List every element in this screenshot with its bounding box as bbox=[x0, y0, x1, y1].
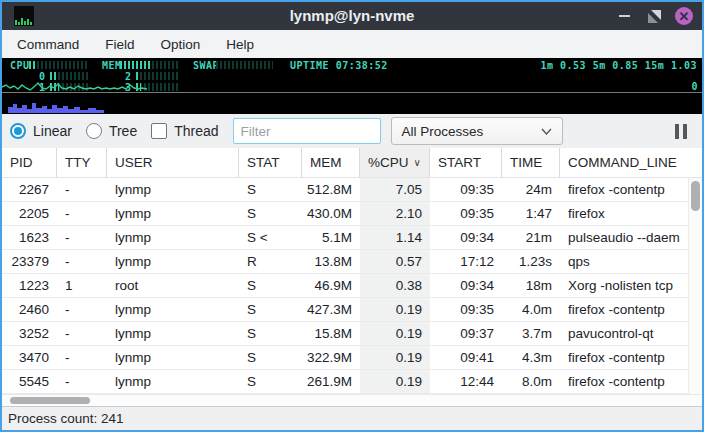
cell-mem: 261.9M bbox=[302, 370, 360, 393]
cell-stat: S bbox=[239, 178, 302, 201]
cell-mem: 512.8M bbox=[302, 178, 360, 201]
cell-cpu: 0.19 bbox=[360, 322, 430, 345]
header-pid[interactable]: PID bbox=[2, 148, 57, 177]
thread-checkbox[interactable]: Thread bbox=[151, 123, 218, 139]
cell-mem: 15.8M bbox=[302, 322, 360, 345]
cell-time: 3.7m bbox=[502, 322, 560, 345]
radio-unselected-icon bbox=[86, 123, 102, 139]
header-stat[interactable]: STAT bbox=[239, 148, 302, 177]
process-scope-select[interactable]: All Processes bbox=[391, 117, 563, 145]
cell-command-line: pulseaudio --daem bbox=[560, 226, 688, 249]
mem-meter bbox=[120, 61, 179, 69]
cell-cpu: 0.19 bbox=[360, 298, 430, 321]
header-time[interactable]: TIME bbox=[502, 148, 560, 177]
cell-user: lynmp bbox=[107, 250, 239, 273]
pause-icon bbox=[675, 124, 679, 139]
header-command-line[interactable]: COMMAND_LINE bbox=[560, 148, 702, 177]
cell-tty: - bbox=[57, 346, 107, 369]
table-body: 2267-lynmpS512.8M7.0509:3524mfirefox -co… bbox=[2, 178, 688, 394]
cell-start: 17:12 bbox=[430, 250, 502, 273]
cell-command-line: firefox -contentp bbox=[560, 298, 688, 321]
cell-pid: 3470 bbox=[2, 346, 57, 369]
table-row[interactable]: 23379-lynmpR13.8M0.5717:121.23sqps bbox=[2, 250, 688, 274]
process-count: Process count: 241 bbox=[8, 411, 124, 426]
title-bar: lynmp@lyn-nvme ✕ bbox=[2, 2, 702, 30]
cell-pid: 1223 bbox=[2, 274, 57, 297]
cell-tty: - bbox=[57, 298, 107, 321]
vertical-scrollbar-thumb[interactable] bbox=[691, 181, 700, 211]
cell-cpu: 0.19 bbox=[360, 346, 430, 369]
toolbar: Linear Tree Thread All Processes bbox=[2, 114, 702, 148]
horizontal-scrollbar[interactable] bbox=[2, 394, 702, 406]
cell-command-line: firefox -contentp bbox=[560, 178, 688, 201]
cell-tty: - bbox=[57, 250, 107, 273]
cell-start: 12:44 bbox=[430, 370, 502, 393]
table-row[interactable]: 1623-lynmpS <5.1M1.1409:3421mpulseaudio … bbox=[2, 226, 688, 250]
cell-start: 09:35 bbox=[430, 202, 502, 225]
table-row[interactable]: 3470-lynmpS322.9M0.1909:414.3mfirefox -c… bbox=[2, 346, 688, 370]
cell-command-line: Xorg -nolisten tcp bbox=[560, 274, 688, 297]
minimize-icon bbox=[619, 15, 630, 17]
cell-tty: 1 bbox=[57, 274, 107, 297]
maximize-button[interactable] bbox=[644, 6, 664, 26]
cell-cpu: 0.19 bbox=[360, 370, 430, 393]
cell-start: 09:35 bbox=[430, 298, 502, 321]
load-average-text: 1m 0.53 5m 0.85 15m 1.03 bbox=[541, 60, 698, 71]
menu-item-option[interactable]: Option bbox=[148, 33, 214, 56]
table-row[interactable]: 2460-lynmpS427.3M0.1909:354.0mfirefox -c… bbox=[2, 298, 688, 322]
cell-time: 1:47 bbox=[502, 202, 560, 225]
sort-desc-icon: ∨ bbox=[414, 157, 421, 168]
cell-tty: - bbox=[57, 178, 107, 201]
close-button[interactable]: ✕ bbox=[674, 6, 694, 26]
memory-history-graph bbox=[8, 101, 104, 113]
cell-user: lynmp bbox=[107, 226, 239, 249]
menu-item-field[interactable]: Field bbox=[92, 33, 147, 56]
cell-user: lynmp bbox=[107, 322, 239, 345]
minimize-button[interactable] bbox=[614, 6, 634, 26]
cell-user: lynmp bbox=[107, 298, 239, 321]
header-mem[interactable]: MEM bbox=[302, 148, 360, 177]
cell-command-line: firefox bbox=[560, 202, 688, 225]
view-tree-radio[interactable]: Tree bbox=[86, 123, 137, 139]
table-row[interactable]: 5545-lynmpS261.9M0.1912:448.0mfirefox -c… bbox=[2, 370, 688, 394]
menu-bar: Command Field Option Help bbox=[2, 30, 702, 58]
table-row[interactable]: 2267-lynmpS512.8M7.0509:3524mfirefox -co… bbox=[2, 178, 688, 202]
cell-stat: S bbox=[239, 298, 302, 321]
cell-user: lynmp bbox=[107, 202, 239, 225]
cell-pid: 2460 bbox=[2, 298, 57, 321]
cell-user: lynmp bbox=[107, 370, 239, 393]
cell-mem: 430.0M bbox=[302, 202, 360, 225]
cell-pid: 1623 bbox=[2, 226, 57, 249]
mem-label: MEM bbox=[102, 60, 122, 71]
cell-time: 24m bbox=[502, 178, 560, 201]
header-cpu[interactable]: %CPU ∨ bbox=[360, 148, 430, 177]
cell-time: 4.3m bbox=[502, 346, 560, 369]
pause-button[interactable] bbox=[668, 120, 694, 142]
vertical-scrollbar[interactable] bbox=[688, 178, 702, 394]
cell-time: 8.0m bbox=[502, 370, 560, 393]
cell-stat: S bbox=[239, 346, 302, 369]
table-row[interactable]: 3252-lynmpS15.8M0.1909:373.7mpavucontrol… bbox=[2, 322, 688, 346]
cell-stat: S bbox=[239, 370, 302, 393]
table-header: PID TTY USER STAT MEM %CPU ∨ START TIME … bbox=[2, 148, 702, 178]
header-user[interactable]: USER bbox=[107, 148, 239, 177]
filter-input[interactable] bbox=[233, 118, 381, 144]
horizontal-scrollbar-thumb[interactable] bbox=[10, 397, 90, 404]
cell-command-line: qps bbox=[560, 250, 688, 273]
table-row[interactable]: 12231rootS46.9M0.3809:3418mXorg -noliste… bbox=[2, 274, 688, 298]
menu-item-help[interactable]: Help bbox=[213, 33, 267, 56]
cell-time: 21m bbox=[502, 226, 560, 249]
view-linear-radio[interactable]: Linear bbox=[10, 123, 72, 139]
radio-selected-icon bbox=[10, 123, 26, 139]
scope-value: All Processes bbox=[402, 124, 541, 139]
header-tty[interactable]: TTY bbox=[57, 148, 107, 177]
checkbox-icon bbox=[151, 123, 167, 139]
cell-stat: S bbox=[239, 322, 302, 345]
cell-stat: S bbox=[239, 202, 302, 225]
cell-tty: - bbox=[57, 202, 107, 225]
cell-cpu: 1.14 bbox=[360, 226, 430, 249]
cpu-meter bbox=[29, 61, 87, 69]
menu-item-command[interactable]: Command bbox=[4, 33, 92, 56]
table-row[interactable]: 2205-lynmpS430.0M2.1009:351:47firefox bbox=[2, 202, 688, 226]
header-start[interactable]: START bbox=[430, 148, 502, 177]
